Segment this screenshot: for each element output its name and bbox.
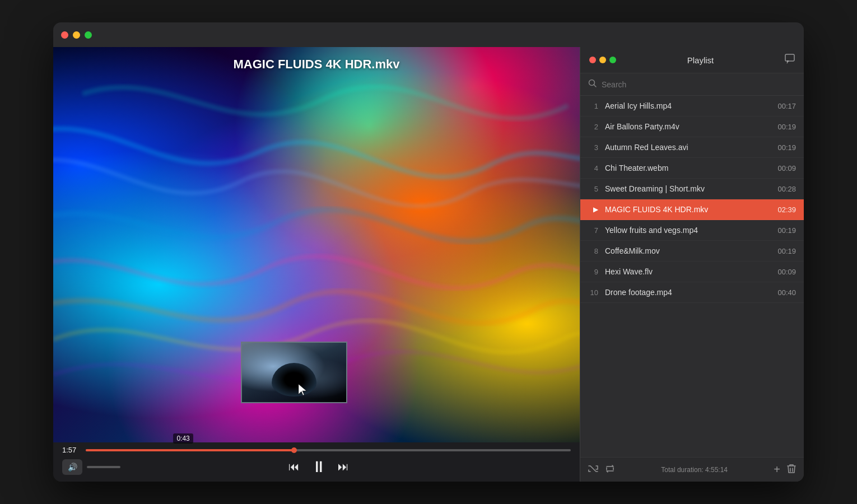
item-name: Chi Theater.webm <box>605 164 771 172</box>
item-name: Aerial Icy Hills.mp4 <box>605 101 771 110</box>
title-bar <box>53 22 804 47</box>
item-number: 1 <box>588 102 598 110</box>
playlist-item[interactable]: 1 Aerial Icy Hills.mp4 00:17 <box>580 96 804 116</box>
maximize-button[interactable] <box>85 31 92 39</box>
playlist-title: Playlist <box>687 55 714 65</box>
item-name: Yellow fruits and vegs.mp4 <box>605 226 771 235</box>
item-number: 2 <box>588 123 598 131</box>
cursor-indicator <box>297 383 308 396</box>
volume-icon: 🔊 <box>68 463 77 472</box>
video-area: MAGIC FLUIDS 4K HDR.mkv <box>53 47 580 482</box>
search-input[interactable] <box>602 80 796 89</box>
volume-slider[interactable] <box>87 466 120 468</box>
item-name: Hexi Wave.flv <box>605 267 771 276</box>
thumbnail-blob <box>272 363 316 396</box>
item-number: 5 <box>588 185 598 193</box>
item-duration: 02:39 <box>777 206 796 214</box>
video-display[interactable] <box>53 47 580 442</box>
item-name: Air Ballons Party.m4v <box>605 122 771 131</box>
volume-section: 🔊 <box>62 459 120 475</box>
controls-bar: 1:57 0:43 🔊 ⏮ <box>53 442 580 482</box>
playlist-item[interactable]: 4 Chi Theater.webm 00:09 <box>580 158 804 179</box>
playlist-minimize-button[interactable] <box>599 57 606 63</box>
item-number: 9 <box>588 268 598 276</box>
item-duration: 00:09 <box>777 164 796 172</box>
playlist-item[interactable]: 7 Yellow fruits and vegs.mp4 00:19 <box>580 220 804 241</box>
item-duration: 00:19 <box>777 143 796 152</box>
item-number: 7 <box>588 226 598 235</box>
repeat-button[interactable] <box>605 464 615 476</box>
total-duration: Total duration: 4:55:14 <box>622 466 767 474</box>
item-duration: 00:19 <box>777 226 796 235</box>
item-number: 3 <box>588 143 598 152</box>
playlist-item[interactable]: 10 Drone footage.mp4 00:40 <box>580 282 804 303</box>
playlist-item[interactable]: 5 Sweet Dreaming | Short.mkv 00:28 <box>580 179 804 199</box>
item-duration: 00:09 <box>777 268 796 276</box>
main-content: MAGIC FLUIDS 4K HDR.mkv <box>53 47 804 482</box>
playing-icon: ▶ <box>588 206 598 213</box>
thumbnail-preview <box>241 342 347 403</box>
item-duration: 00:19 <box>777 247 796 255</box>
traffic-lights <box>61 31 92 39</box>
item-number: 4 <box>588 164 598 172</box>
shuffle-button[interactable] <box>588 464 598 476</box>
chat-icon-button[interactable] <box>785 54 795 66</box>
minimize-button[interactable] <box>73 31 80 39</box>
thumbnail-inner <box>242 343 346 402</box>
progress-fill: 0:43 <box>86 449 294 451</box>
item-duration: 00:19 <box>777 123 796 131</box>
playlist-close-button[interactable] <box>589 57 596 63</box>
playlist-items: 1 Aerial Icy Hills.mp4 00:17 2 Air Ballo… <box>580 96 804 457</box>
search-icon <box>588 79 597 90</box>
item-number: 8 <box>588 247 598 255</box>
playlist-traffic-lights <box>589 57 616 63</box>
previous-button[interactable]: ⏮ <box>288 460 300 473</box>
playlist-panel: Playlist <box>580 47 804 482</box>
item-number: 10 <box>588 288 598 297</box>
video-title: MAGIC FLUIDS 4K HDR.mkv <box>53 57 580 72</box>
app-window: MAGIC FLUIDS 4K HDR.mkv <box>53 22 804 482</box>
item-name: Sweet Dreaming | Short.mkv <box>605 184 771 193</box>
progress-bar[interactable]: 0:43 <box>86 449 571 451</box>
pause-button[interactable]: ⏸ <box>311 458 327 476</box>
time-current: 1:57 <box>62 446 80 454</box>
playlist-item[interactable]: 3 Autumn Red Leaves.avi 00:19 <box>580 137 804 158</box>
playlist-item[interactable]: 8 Coffe&Milk.mov 00:19 <box>580 241 804 262</box>
playlist-footer: Total duration: 4:55:14 + <box>580 457 804 482</box>
item-duration: 00:40 <box>777 288 796 297</box>
volume-button[interactable]: 🔊 <box>62 459 82 475</box>
next-button[interactable]: ⏭ <box>338 460 349 473</box>
controls-row: 🔊 ⏮ ⏸ ⏭ <box>62 458 571 476</box>
playlist-header: Playlist <box>580 47 804 73</box>
chat-icon <box>785 54 795 64</box>
playlist-item[interactable]: ▶ MAGIC FLUIDS 4K HDR.mkv 02:39 <box>580 199 804 220</box>
item-name: MAGIC FLUIDS 4K HDR.mkv <box>605 205 771 214</box>
playlist-item[interactable]: 2 Air Ballons Party.m4v 00:19 <box>580 116 804 137</box>
item-name: Coffe&Milk.mov <box>605 246 771 255</box>
item-duration: 00:17 <box>777 102 796 110</box>
playlist-item[interactable]: 9 Hexi Wave.flv 00:09 <box>580 262 804 282</box>
playback-controls: ⏮ ⏸ ⏭ <box>288 458 349 476</box>
progress-area: 1:57 0:43 <box>62 446 571 454</box>
close-button[interactable] <box>61 31 68 39</box>
add-button[interactable]: + <box>774 463 780 476</box>
svg-rect-0 <box>785 54 794 61</box>
item-name: Drone footage.mp4 <box>605 288 771 297</box>
time-hover: 0:43 <box>173 433 193 444</box>
delete-button[interactable] <box>787 463 796 476</box>
item-name: Autumn Red Leaves.avi <box>605 143 771 152</box>
item-duration: 00:28 <box>777 185 796 193</box>
footer-actions: + <box>774 463 796 476</box>
playlist-maximize-button[interactable] <box>609 57 616 63</box>
search-container <box>580 73 804 96</box>
